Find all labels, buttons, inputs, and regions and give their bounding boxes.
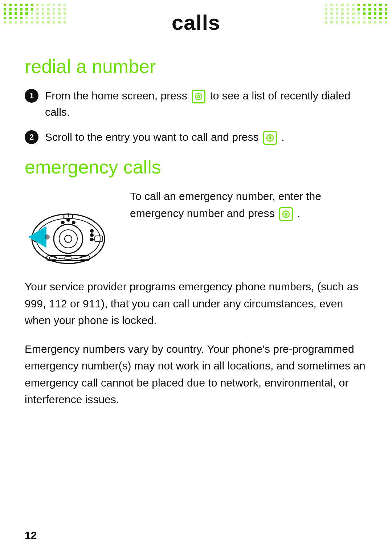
svg-point-34 <box>285 213 287 215</box>
phone-key-icon-2 <box>263 131 277 145</box>
redial-section: redial a number 1 From the home screen, … <box>25 56 367 145</box>
emergency-title: emergency calls <box>25 156 367 178</box>
phone-key-icon-1 <box>192 90 205 103</box>
svg-point-12 <box>65 235 72 242</box>
svg-point-32 <box>45 234 50 240</box>
step-2-text: Scroll to the entry you want to call and… <box>45 129 367 145</box>
page-footer: 12 <box>25 529 37 541</box>
svg-point-28 <box>90 229 94 233</box>
emergency-body: To call an emergency number, enter the e… <box>25 188 367 270</box>
emergency-section: emergency calls <box>25 156 367 408</box>
svg-point-15 <box>72 221 75 224</box>
page-number: 12 <box>25 529 37 541</box>
step-1: 1 From the home screen, press to see a l… <box>25 87 367 120</box>
step-1-number: 1 <box>25 89 38 103</box>
emergency-full-text: Your service provider programs emergency… <box>25 278 367 329</box>
svg-point-11 <box>59 230 77 248</box>
svg-point-14 <box>66 218 70 222</box>
svg-point-29 <box>90 233 94 237</box>
svg-point-10 <box>54 224 83 253</box>
device-illustration <box>25 188 119 270</box>
redial-title: redial a number <box>25 56 367 77</box>
svg-point-5 <box>269 137 271 139</box>
svg-point-30 <box>90 238 94 241</box>
svg-point-1 <box>197 95 200 98</box>
top-right-decoration <box>325 4 388 24</box>
top-left-decoration <box>4 4 67 24</box>
step-2: 2 Scroll to the entry you want to call a… <box>25 129 367 145</box>
emergency-right-text: To call an emergency number, enter the e… <box>130 188 367 222</box>
step-2-number: 2 <box>25 130 38 144</box>
emergency-paragraph-2: Emergency numbers vary by country. Your … <box>25 341 367 408</box>
svg-rect-17 <box>95 236 103 242</box>
phone-key-icon-3 <box>279 207 293 221</box>
main-content: redial a number 1 From the home screen, … <box>0 41 392 423</box>
svg-rect-18 <box>46 255 90 261</box>
svg-point-13 <box>61 221 65 224</box>
step-1-text: From the home screen, press to see a lis… <box>45 87 367 120</box>
